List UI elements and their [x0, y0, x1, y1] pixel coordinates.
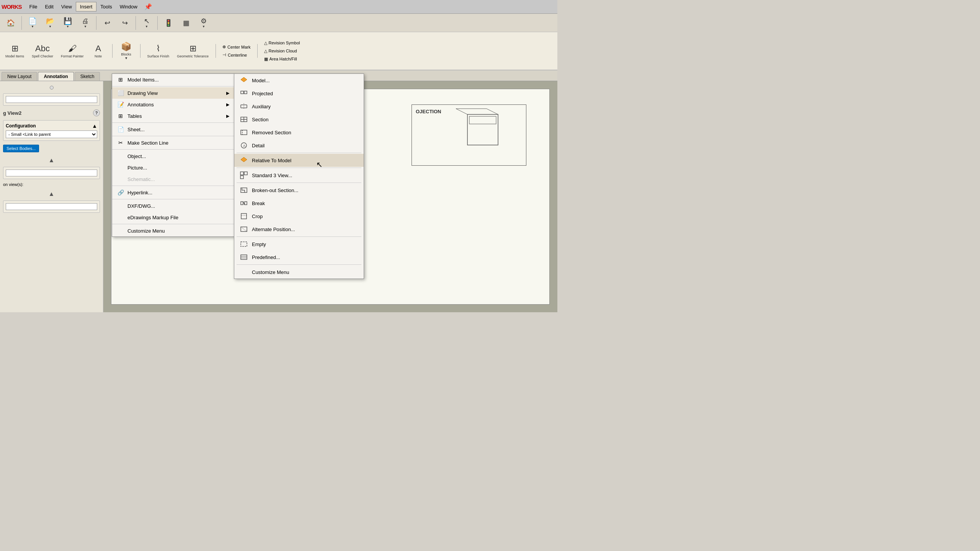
ribbon-geometric-tolerance-btn[interactable]: ⊞ Geometric Tolerance	[175, 42, 211, 60]
insert-sep-7	[112, 224, 234, 224]
submenu-removed-section[interactable]: Removed Section	[234, 126, 364, 139]
submenu-detail[interactable]: A Detail	[234, 139, 364, 152]
on-view-label: on view(s):	[3, 181, 100, 187]
ribbon-centerline-btn[interactable]: ⊣ Centerline	[220, 51, 253, 59]
insert-sep-4	[112, 149, 234, 150]
ribbon-surface-finish-btn[interactable]: ⌇ Surface Finish	[145, 42, 172, 60]
submenu-model-icon	[240, 76, 248, 85]
toolbar-sep-4	[157, 16, 158, 30]
help-icon[interactable]: ?	[93, 109, 100, 116]
ribbon-blocks-btn[interactable]: 📦 Blocks ▼	[117, 40, 136, 62]
toolbar-sep-1	[21, 16, 22, 30]
menu-item-make-section-line[interactable]: ✂ Make Section Line	[112, 137, 234, 148]
dxf-dwg-text: DXF/DWG...	[127, 203, 155, 209]
toolbar-select-btn[interactable]: ↖ ▼	[138, 15, 155, 31]
menu-item-hyperlink[interactable]: 🔗 Hyperlink...	[112, 187, 234, 198]
tab-annotation[interactable]: Annotation	[38, 72, 74, 81]
submenu-model[interactable]: Model...	[234, 74, 364, 87]
picture-text: Picture...	[127, 165, 147, 171]
menu-item-object[interactable]: Object...	[112, 150, 234, 162]
toolbar-undo-btn[interactable]: ↩	[99, 15, 116, 31]
configuration-select[interactable]: - Small <Link to parent	[6, 130, 97, 138]
insert-menu: ⊞ Model Items... ⬜ Drawing View ▶ 📝 Anno…	[112, 73, 234, 237]
configuration-label: Configuration	[6, 123, 36, 129]
submenu-projected-text: Projected	[252, 91, 273, 96]
submenu-projected[interactable]: Projected	[234, 87, 364, 100]
home-icon: 🏠	[7, 20, 15, 26]
toolbar-traffic-btn[interactable]: 🚦	[160, 15, 177, 31]
drawing-view-submenu: Model... Projected Auxiliary Section	[234, 73, 364, 279]
select-bodies-btn[interactable]: Select Bodies...	[3, 145, 39, 152]
submenu-crop[interactable]: Crop	[234, 210, 364, 223]
search-input[interactable]	[6, 96, 97, 103]
submenu-broken-out-section[interactable]: Broken-out Section...	[234, 184, 364, 197]
menu-edit[interactable]: Edit	[41, 2, 57, 11]
toolbar-open-btn[interactable]: 📂 ▼	[42, 15, 59, 31]
ribbon-format-painter-btn[interactable]: 🖌 Format Painter	[59, 42, 86, 60]
toolbar-redo-btn[interactable]: ↪	[116, 15, 133, 31]
menu-tools[interactable]: Tools	[96, 2, 116, 11]
insert-sep-3	[112, 136, 234, 136]
ribbon-revision-symbol-btn[interactable]: △ Revision Symbol	[262, 39, 302, 47]
tables-arrow: ▶	[226, 114, 229, 119]
section2-collapse-arrow[interactable]: ▲	[49, 191, 55, 197]
toolbar-settings-btn[interactable]: ⚙ ▼	[195, 15, 212, 31]
tab-sketch[interactable]: Sketch	[75, 72, 100, 81]
collapse-circle[interactable]	[50, 86, 54, 90]
menu-item-annotations[interactable]: 📝 Annotations ▶	[112, 99, 234, 110]
menu-item-tables[interactable]: ⊞ Tables ▶	[112, 110, 234, 122]
pin-icon[interactable]: 📌	[144, 3, 152, 10]
submenu-customize[interactable]: Customize Menu	[234, 266, 364, 279]
menu-view[interactable]: View	[57, 2, 76, 11]
edrawings-text: eDrawings Markup File	[127, 215, 178, 220]
menu-window[interactable]: Window	[116, 2, 141, 11]
centerline-label: Centerline	[228, 53, 247, 57]
submenu-predefined[interactable]: Predefined...	[234, 251, 364, 264]
bottom-input[interactable]	[6, 170, 97, 176]
toolbar-open-arrow: ▼	[49, 25, 52, 28]
submenu-alternate-position[interactable]: Alternate Position...	[234, 223, 364, 236]
submenu-standard-3-view[interactable]: Standard 3 View...	[234, 169, 364, 182]
menu-file[interactable]: File	[26, 2, 41, 11]
menu-insert[interactable]: Insert	[76, 2, 97, 11]
submenu-section[interactable]: Section	[234, 113, 364, 126]
toolbar-new-arrow: ▼	[31, 25, 34, 28]
submenu-detail-icon: A	[240, 141, 248, 150]
ribbon-area-hatch-btn[interactable]: ▦ Area Hatch/Fill	[262, 55, 302, 63]
menu-item-picture[interactable]: Picture...	[112, 162, 234, 173]
area-hatch-icon: ▦	[264, 57, 268, 62]
ribbon-center-mark-btn[interactable]: ⊕ Center Mark	[220, 43, 253, 51]
toolbar-save-btn[interactable]: 💾 ▼	[59, 15, 76, 31]
view-value-input[interactable]	[6, 203, 97, 210]
toolbar-print-btn[interactable]: 🖨 ▼	[77, 15, 94, 31]
ribbon-revision-cloud-btn[interactable]: △ Revision Cloud	[262, 47, 302, 55]
menu-item-sheet[interactable]: 📄 Sheet...	[112, 124, 234, 135]
submenu-crop-icon	[240, 212, 248, 220]
submenu-empty[interactable]: Empty	[234, 238, 364, 251]
collapse-arrow-up[interactable]: ▲	[92, 123, 97, 129]
submenu-relative-to-model[interactable]: Relative To Model	[234, 154, 364, 167]
ribbon-note-btn[interactable]: A Note	[89, 42, 108, 60]
toolbar-grid-btn[interactable]: ▦	[178, 15, 194, 31]
menu-item-customize[interactable]: Customize Menu	[112, 225, 234, 236]
main-toolbar: 🏠 📄 ▼ 📂 ▼ 💾 ▼ 🖨 ▼ ↩ ↪ ↖ ▼ 🚦 ▦ ⚙ ▼	[0, 14, 557, 32]
tab-new-layout[interactable]: New Layout	[2, 72, 37, 81]
menu-item-model-items[interactable]: ⊞ Model Items...	[112, 74, 234, 85]
section-collapse-arrow[interactable]: ▲	[49, 157, 55, 164]
edrawings-menu-icon	[117, 214, 124, 221]
menu-item-edrawings[interactable]: eDrawings Markup File	[112, 212, 234, 223]
submenu-auxiliary[interactable]: Auxiliary	[234, 100, 364, 113]
toolbar-new-btn[interactable]: 📄 ▼	[24, 15, 41, 31]
submenu-relative-icon	[240, 156, 248, 165]
menu-item-dxf-dwg[interactable]: DXF/DWG...	[112, 200, 234, 212]
submenu-removed-section-text: Removed Section	[252, 130, 291, 135]
drawing-view-text: Drawing View	[127, 90, 158, 96]
ribbon-spell-checker-btn[interactable]: Abc Spell Checker	[29, 42, 56, 60]
model-items-text: Model Items...	[127, 77, 159, 83]
submenu-break[interactable]: Break	[234, 197, 364, 210]
ribbon-model-items-btn[interactable]: ⊞ Model Items	[3, 42, 26, 60]
toolbar-home-btn[interactable]: 🏠	[2, 15, 19, 31]
submenu-auxiliary-text: Auxiliary	[252, 104, 271, 109]
menu-item-drawing-view[interactable]: ⬜ Drawing View ▶	[112, 87, 234, 99]
toolbar-save-arrow: ▼	[66, 25, 69, 28]
